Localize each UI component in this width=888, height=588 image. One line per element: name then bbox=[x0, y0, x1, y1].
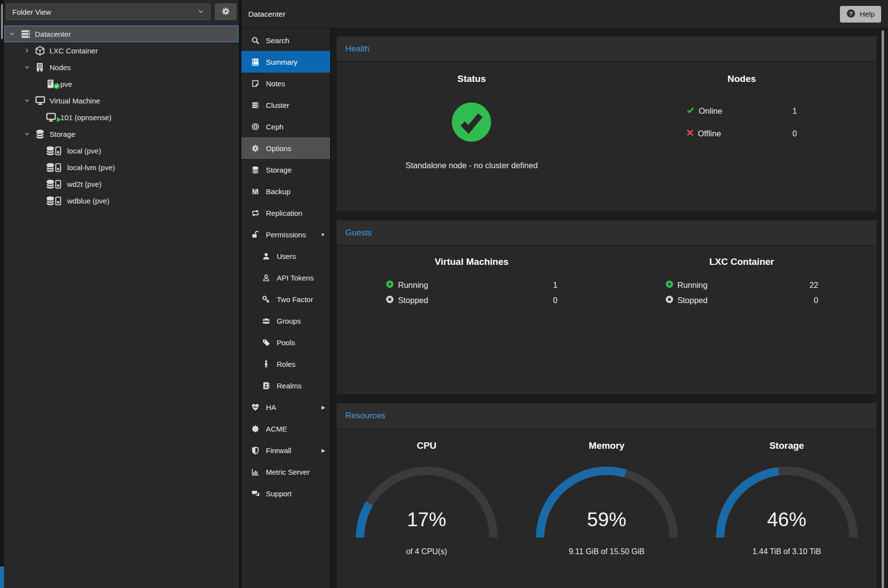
memory-percent: 59% bbox=[533, 509, 680, 531]
cpu-gauge: 17% bbox=[353, 464, 500, 541]
nav-item-acme[interactable]: ACME bbox=[241, 418, 330, 439]
guests-panel-header: Guests bbox=[337, 220, 877, 246]
nav-item-support[interactable]: Support bbox=[241, 483, 330, 504]
nodes-online-row: Online bbox=[686, 106, 757, 116]
nav-item-label: Cluster bbox=[266, 101, 289, 109]
nav-item-api-tokens[interactable]: API Tokens bbox=[241, 267, 330, 288]
nav-item-cluster[interactable]: Cluster bbox=[241, 94, 330, 116]
nav-item-label: Realms bbox=[277, 382, 302, 390]
replication-arrows-icon bbox=[251, 209, 260, 217]
tree-item-nodes[interactable]: Nodes bbox=[4, 59, 238, 76]
nav-item-label: ACME bbox=[266, 425, 287, 433]
nav-item-label: Two Factor bbox=[277, 295, 313, 304]
expander-right-icon[interactable] bbox=[24, 48, 35, 53]
ceph-icon bbox=[251, 123, 260, 131]
nodes-offline-row: Offline bbox=[686, 129, 757, 138]
tree-item-label: local (pve) bbox=[67, 147, 101, 155]
building-icon bbox=[35, 62, 50, 72]
expander-down-icon[interactable] bbox=[24, 131, 35, 137]
nav-item-label: Backup bbox=[266, 187, 290, 196]
view-mode-select[interactable]: Folder View bbox=[6, 3, 210, 20]
tree-item-storage-local[interactable]: local (pve) bbox=[4, 142, 238, 159]
tree-settings-button[interactable] bbox=[215, 3, 236, 20]
nav-item-summary[interactable]: Summary bbox=[241, 51, 330, 73]
nav-item-ceph[interactable]: Ceph bbox=[241, 116, 330, 137]
tree-item-label: 101 (opnsense) bbox=[60, 113, 111, 122]
status-ok-icon bbox=[337, 101, 607, 145]
resources-title: Resources bbox=[345, 411, 385, 421]
vm-icon bbox=[46, 112, 60, 123]
tree-item-label: Storage bbox=[50, 130, 76, 138]
key-icon bbox=[261, 295, 270, 304]
nav-item-replication[interactable]: Replication bbox=[241, 202, 330, 224]
chevron-right-icon: ▶ bbox=[321, 405, 325, 410]
window-edge bbox=[0, 0, 4, 588]
nav-item-metric-server[interactable]: Metric Server bbox=[241, 461, 330, 483]
nav-item-realms[interactable]: Realms bbox=[241, 375, 330, 396]
nav-item-ha[interactable]: HA ▶ bbox=[241, 396, 330, 418]
status-heading: Status bbox=[337, 74, 607, 84]
nav-item-label: Users bbox=[277, 252, 296, 260]
nav-item-label: Replication bbox=[266, 209, 302, 217]
help-button[interactable]: ? Help bbox=[840, 6, 881, 23]
nav-item-options[interactable]: Options bbox=[241, 137, 330, 159]
nav-item-pools[interactable]: Pools bbox=[241, 332, 330, 353]
storage-drive-icon bbox=[46, 179, 67, 189]
expander-down-icon[interactable] bbox=[9, 31, 20, 37]
summary-content: Health Status Standalone node - no clust… bbox=[331, 28, 888, 588]
nav-item-two-factor[interactable]: Two Factor bbox=[241, 288, 330, 310]
lxc-stopped-value: 0 bbox=[810, 296, 818, 305]
resources-panel-header: Resources bbox=[337, 403, 877, 429]
nav-item-permissions[interactable]: Permissions ▼ bbox=[241, 224, 330, 245]
lxc-running-value: 22 bbox=[810, 281, 818, 290]
tree-item-vm-101[interactable]: 101 (opnsense) bbox=[4, 109, 238, 126]
nav-item-notes[interactable]: Notes bbox=[241, 73, 330, 94]
cpu-heading: CPU bbox=[337, 440, 517, 451]
play-circle-icon bbox=[665, 280, 674, 290]
nav-item-storage[interactable]: Storage bbox=[241, 159, 330, 180]
heartbeat-icon bbox=[251, 403, 260, 411]
tree-item-label: Datacenter bbox=[35, 30, 71, 38]
storage-drive-icon bbox=[46, 196, 67, 206]
view-mode-label: Folder View bbox=[12, 8, 51, 16]
comments-icon bbox=[251, 489, 260, 498]
nav-item-users[interactable]: Users bbox=[241, 245, 330, 267]
lxc-guests-section: LXC Container Running 22 Stopped bbox=[607, 246, 877, 394]
tree-item-virtual-machine[interactable]: Virtual Machine bbox=[4, 92, 238, 109]
content-scrollbar[interactable] bbox=[882, 30, 884, 588]
nav-item-groups[interactable]: Groups bbox=[241, 310, 330, 332]
tree-item-pve[interactable]: pve bbox=[4, 76, 238, 92]
tree-item-label: local-lvm (pve) bbox=[67, 163, 115, 172]
tree-item-lxc-container[interactable]: LXC Container bbox=[4, 42, 238, 59]
expander-down-icon[interactable] bbox=[24, 98, 35, 103]
tree-item-storage-wdblue[interactable]: wdblue (pve) bbox=[4, 192, 238, 209]
floppy-icon bbox=[251, 187, 260, 196]
edge-scrollbar-thumb[interactable] bbox=[1, 4, 3, 39]
vm-stopped-value: 0 bbox=[553, 296, 557, 305]
chevron-down-icon bbox=[198, 8, 204, 16]
tree-item-storage-wd2t[interactable]: wd2t (pve) bbox=[4, 176, 238, 192]
storage-heading: Storage bbox=[697, 440, 877, 451]
lxc-running-row: Running bbox=[665, 280, 751, 290]
nav-item-firewall[interactable]: Firewall ▶ bbox=[241, 439, 330, 461]
user-icon bbox=[261, 252, 270, 260]
tree-item-datacenter[interactable]: Datacenter bbox=[4, 26, 238, 42]
node-icon bbox=[46, 79, 60, 89]
nav-item-label: Metric Server bbox=[266, 468, 310, 476]
content-header: Datacenter ? Help bbox=[241, 0, 888, 28]
nav-item-backup[interactable]: Backup bbox=[241, 180, 330, 202]
nav-item-roles[interactable]: Roles bbox=[241, 353, 330, 375]
database-icon bbox=[251, 166, 260, 174]
resource-tree: Datacenter LXC Container Nodes pve V bbox=[4, 24, 239, 209]
expander-down-icon[interactable] bbox=[24, 64, 35, 70]
nav-item-label: Options bbox=[266, 144, 291, 153]
tree-item-storage-local-lvm[interactable]: local-lvm (pve) bbox=[4, 159, 238, 176]
address-book-icon bbox=[261, 382, 270, 390]
shield-icon bbox=[251, 446, 260, 455]
resource-tree-panel: Folder View Datacenter LXC Containe bbox=[4, 0, 239, 588]
search-icon bbox=[251, 36, 260, 45]
tree-item-storage[interactable]: Storage bbox=[4, 126, 238, 142]
nav-item-search[interactable]: Search bbox=[241, 29, 330, 51]
bar-chart-icon bbox=[251, 468, 260, 476]
nodes-status-section: Nodes Online 1 Offline bbox=[607, 62, 877, 211]
